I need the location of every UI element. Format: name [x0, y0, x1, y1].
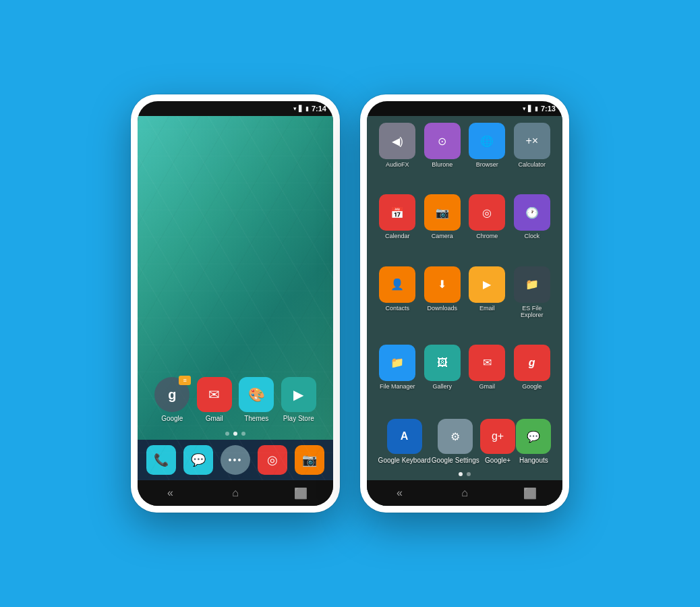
app-calendar[interactable]: 📅 Calendar — [378, 194, 417, 262]
google-badge: ≡ — [179, 376, 191, 385]
messages-icon: 💬 — [191, 453, 206, 467]
phone1: ▾ ▋ ▮ 7:14 ≡ g Google — [131, 94, 340, 513]
camera-icon: 📷 — [302, 453, 317, 467]
app-hangouts[interactable]: 💬 Hangouts — [516, 419, 551, 464]
dock-messages[interactable]: 💬 — [183, 445, 213, 475]
blurone-label: Blurone — [432, 161, 453, 168]
more-icon: ••• — [229, 455, 243, 465]
back-button-1[interactable]: « — [160, 483, 180, 503]
email-symbol: ▶ — [483, 278, 491, 291]
home-button-2[interactable]: ⌂ — [455, 483, 475, 503]
gplus-label: Google+ — [485, 457, 511, 464]
recents-button-1[interactable]: ⬜ — [291, 483, 311, 503]
dock-camera2[interactable]: ◎ — [258, 445, 287, 475]
app-camera[interactable]: 📷 Camera — [423, 194, 463, 262]
app-downloads[interactable]: ⬇ Downloads — [423, 266, 463, 341]
app-gplus[interactable]: g+ Google+ — [480, 419, 515, 464]
dock-camera[interactable]: 📷 — [295, 445, 324, 475]
email-icon: ▶ — [469, 266, 505, 303]
audiofx-icon: ◀) — [379, 123, 415, 159]
app-row-5: A Google Keyboard ⚙ Google Settings g+ G… — [367, 419, 562, 468]
home-button-1[interactable]: ⌂ — [225, 483, 245, 503]
camera-symbol: 📷 — [436, 206, 449, 219]
home-screen: ≡ g Google ✉ Gmail 🎨 — [138, 116, 333, 480]
bottom-dock-1: 📞 💬 ••• ◎ 📷 — [138, 440, 333, 480]
google-icon-2: g — [514, 345, 550, 381]
app-gallery[interactable]: 🖼 Gallery — [423, 345, 463, 412]
app-gsettings[interactable]: ⚙ Google Settings — [432, 419, 479, 464]
app-browser[interactable]: 🌐 Browser — [467, 123, 507, 190]
gplus-symbol: g+ — [492, 430, 504, 442]
contacts-icon: 👤 — [379, 266, 415, 303]
app-google[interactable]: ≡ g Google — [154, 377, 189, 422]
battery-icon: ▮ — [305, 105, 309, 112]
dot-3 — [241, 432, 245, 436]
blurone-symbol: ⊙ — [438, 135, 446, 148]
clock-icon: 🕐 — [514, 194, 550, 231]
calendar-label: Calendar — [385, 233, 410, 239]
app-drawer-screen: ◀) AudioFX ⊙ Blurone 🌐 Browser — [367, 116, 562, 506]
app-chrome[interactable]: ◎ Chrome — [467, 194, 507, 262]
nav-bar-2: « ⌂ ⬜ — [367, 480, 562, 506]
google-symbol: g — [168, 387, 176, 403]
hangouts-label: Hangouts — [519, 457, 548, 464]
app-esfile[interactable]: 📁 ES File Explorer — [513, 266, 552, 341]
app-clock[interactable]: 🕐 Clock — [513, 194, 552, 262]
app-gkeyboard[interactable]: A Google Keyboard — [378, 419, 431, 464]
clock-label: Clock — [524, 233, 539, 239]
google-symbol-2: g — [529, 357, 535, 369]
esfile-symbol: 📁 — [525, 278, 539, 291]
themes-icon: 🎨 — [239, 377, 274, 412]
app-audiofx[interactable]: ◀) AudioFX — [378, 123, 417, 190]
camera-label: Camera — [432, 233, 453, 239]
app-google-2[interactable]: g Google — [513, 345, 552, 412]
downloads-label: Downloads — [427, 305, 457, 312]
dock-more[interactable]: ••• — [221, 445, 250, 475]
playstore-icon: ▶ — [281, 377, 316, 412]
dock-phone[interactable]: 📞 — [146, 445, 176, 475]
chrome-icon: ◎ — [469, 194, 505, 231]
app-email[interactable]: ▶ Email — [467, 266, 507, 341]
audiofx-symbol: ◀) — [392, 135, 403, 148]
app-themes-label: Themes — [244, 415, 268, 422]
status-bar-2: ▾ ▋ ▮ 7:13 — [367, 101, 562, 116]
gmail-symbol-2: ✉ — [483, 356, 492, 369]
nav-bar-1: « ⌂ ⬜ — [138, 480, 333, 506]
calendar-symbol: 📅 — [390, 206, 404, 219]
app-gmail[interactable]: ✉ Gmail — [197, 377, 232, 422]
browser-icon: 🌐 — [469, 123, 505, 159]
dot2-1 — [459, 472, 463, 476]
time-display-2: 7:13 — [541, 105, 556, 113]
blurone-icon: ⊙ — [424, 123, 461, 159]
calendar-icon: 📅 — [379, 194, 415, 231]
gkeyboard-icon: A — [387, 419, 422, 454]
app-playstore[interactable]: ▶ Play Store — [281, 377, 316, 422]
app-filemanager[interactable]: 📁 File Manager — [378, 345, 417, 412]
signal-icon-2: ▋ — [528, 105, 533, 112]
app-themes[interactable]: 🎨 Themes — [239, 377, 274, 422]
gallery-label: Gallery — [432, 383, 452, 390]
gkeyboard-symbol: A — [401, 430, 409, 442]
filemanager-icon: 📁 — [379, 345, 415, 381]
browser-symbol: 🌐 — [480, 135, 494, 148]
gsettings-label: Google Settings — [432, 457, 479, 464]
app-contacts[interactable]: 👤 Contacts — [378, 266, 417, 341]
recents-button-2[interactable]: ⬜ — [520, 483, 540, 503]
hangouts-icon: 💬 — [516, 419, 551, 454]
gmail-icon-2: ✉ — [469, 345, 505, 381]
phone2: ▾ ▋ ▮ 7:13 ◀) AudioFX ⊙ — [360, 94, 569, 513]
page-dots-1 — [138, 428, 333, 440]
battery-icon-2: ▮ — [535, 105, 538, 112]
calculator-icon: +× — [514, 123, 550, 159]
status-bar-1: ▾ ▋ ▮ 7:14 — [138, 101, 333, 116]
app-calculator[interactable]: +× Calculator — [513, 123, 552, 190]
page-dots-2 — [367, 468, 562, 480]
dot-1 — [225, 432, 229, 436]
app-gmail-2[interactable]: ✉ Gmail — [467, 345, 507, 412]
app-blurone[interactable]: ⊙ Blurone — [423, 123, 463, 190]
camera-icon-grid: 📷 — [424, 194, 461, 231]
gplus-icon: g+ — [480, 419, 515, 454]
filemanager-label: File Manager — [380, 383, 415, 390]
back-button-2[interactable]: « — [389, 483, 409, 503]
google-label-2: Google — [522, 383, 542, 390]
